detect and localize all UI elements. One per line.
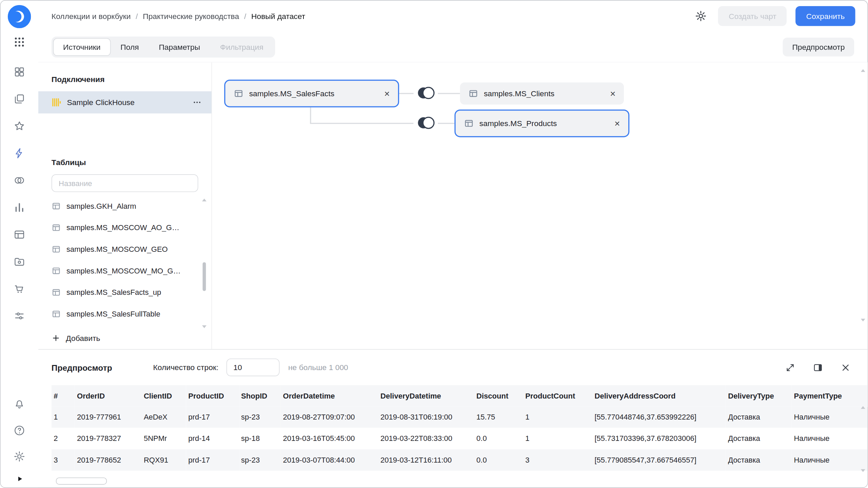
cell: 0.0 xyxy=(474,428,523,449)
scroll-up-icon[interactable] xyxy=(861,406,865,409)
bell-icon[interactable] xyxy=(13,399,25,411)
connection-item-clickhouse[interactable]: Sample ClickHouse xyxy=(38,91,212,113)
list-item-table[interactable]: samples.GKH_Alarm xyxy=(38,195,212,217)
connector-line xyxy=(399,93,415,94)
scroll-down-icon[interactable] xyxy=(861,319,865,321)
table-search-input[interactable] xyxy=(52,174,198,192)
cell: sp-18 xyxy=(239,428,281,449)
add-table-button[interactable]: Добавить xyxy=(52,333,100,342)
list-item-table[interactable]: samples.MS_SalesFacts_up xyxy=(38,282,212,303)
cart-icon[interactable] xyxy=(13,283,25,295)
lightning-icon[interactable] xyxy=(13,147,25,159)
horizontal-scrollbar-thumb[interactable] xyxy=(56,477,107,485)
tables-list-scrollbar[interactable] xyxy=(201,199,207,328)
breadcrumb: Коллекции и воркбуки / Практические руко… xyxy=(52,12,305,20)
save-button[interactable]: Сохранить xyxy=(796,6,855,26)
sliders-icon[interactable] xyxy=(13,310,25,322)
tab-fields[interactable]: Поля xyxy=(111,38,149,56)
table-grid-icon xyxy=(52,288,61,297)
star-icon[interactable] xyxy=(13,120,25,132)
breadcrumb-collections[interactable]: Коллекции и воркбуки xyxy=(52,12,131,20)
column-header: ProductID xyxy=(186,385,239,406)
table-grid-icon xyxy=(234,88,243,98)
cell: 2019-777961 xyxy=(75,406,142,428)
connector-line xyxy=(437,123,454,124)
preview-toggle-button[interactable]: Предпросмотр xyxy=(783,37,854,56)
table-node-products[interactable]: samples.MS_Products × xyxy=(454,109,629,137)
breadcrumb-current-dataset: Новый датасет xyxy=(251,12,305,20)
cell: 2019-03-22T08:33:00 xyxy=(378,428,474,449)
close-icon[interactable] xyxy=(838,360,853,375)
column-header: DeliveryType xyxy=(726,385,792,406)
app-window: Коллекции и воркбуки / Практические руко… xyxy=(0,0,868,488)
bar-chart-icon[interactable] xyxy=(13,201,25,214)
cell: 2019-08-27T09:07:00 xyxy=(281,406,378,428)
preview-scrollbar[interactable] xyxy=(861,406,865,472)
cell: 2019-03-07T08:44:00 xyxy=(281,449,378,471)
expand-icon[interactable] xyxy=(783,360,798,375)
close-icon[interactable]: × xyxy=(608,119,620,128)
table-icon[interactable] xyxy=(13,228,25,241)
play-icon[interactable] xyxy=(15,475,23,483)
close-icon[interactable]: × xyxy=(604,89,616,98)
cell: 2 xyxy=(52,428,75,449)
node-label: samples.MS_Products xyxy=(479,119,557,128)
preview-table: # OrderID ClientID ProductID ShopID Orde… xyxy=(52,385,868,471)
table-row: 22019-7783275NPMrprd-14sp-182019-03-16T0… xyxy=(52,428,868,449)
cell: 15.75 xyxy=(474,406,523,428)
breadcrumb-guides[interactable]: Практические руководства xyxy=(143,12,239,20)
row-count-hint: не больше 1 000 xyxy=(288,363,348,372)
table-node-clients[interactable]: samples.MS_Clients × xyxy=(460,82,624,104)
folder-icon[interactable] xyxy=(13,256,25,268)
node-label: samples.MS_Clients xyxy=(484,89,554,98)
list-item-table[interactable]: samples.MS_SalesFullTable xyxy=(38,303,212,325)
settings-gear-icon[interactable] xyxy=(693,8,709,24)
table-grid-icon xyxy=(52,245,61,254)
row-count-input[interactable] xyxy=(226,359,279,376)
table-search xyxy=(52,174,198,192)
join-type-icon[interactable] xyxy=(414,115,438,131)
top-bar: Коллекции и воркбуки / Практические руко… xyxy=(38,1,868,32)
tables-title: Таблицы xyxy=(52,158,198,166)
tiles-icon[interactable] xyxy=(13,66,25,78)
venn-icon[interactable] xyxy=(13,174,25,186)
close-icon[interactable]: × xyxy=(378,89,390,98)
help-icon[interactable] xyxy=(13,424,25,436)
table-grid-icon xyxy=(464,118,474,128)
cell: prd-17 xyxy=(186,449,239,471)
scroll-up-icon[interactable] xyxy=(861,69,865,72)
datalens-logo[interactable] xyxy=(8,5,31,28)
tab-filtering[interactable]: Фильтрация xyxy=(210,38,274,56)
dataset-toolbar: Источники Поля Параметры Фильтрация Пред… xyxy=(38,32,868,62)
create-chart-button[interactable]: Создать чарт xyxy=(718,6,787,26)
preview-title: Предпросмотр xyxy=(52,363,112,372)
tab-parameters[interactable]: Параметры xyxy=(149,38,210,56)
canvas-scrollbar[interactable] xyxy=(861,69,865,321)
scroll-up-icon[interactable] xyxy=(202,199,206,201)
cell: Доставка xyxy=(726,406,792,428)
gear-icon[interactable] xyxy=(13,450,25,463)
tables-list: samples.GKH_Alarm samples.MS_MOSCOW_AO_G… xyxy=(38,195,212,325)
table-row: 32019-778652RQX91prd-17sp-232019-03-07T0… xyxy=(52,449,868,471)
column-header: ProductCount xyxy=(523,385,592,406)
copy-icon[interactable] xyxy=(13,93,25,105)
list-item-table[interactable]: samples.MS_MOSCOW_MO_G… xyxy=(38,260,212,282)
table-grid-icon xyxy=(52,223,61,232)
scroll-down-icon[interactable] xyxy=(861,469,865,472)
clickhouse-icon xyxy=(52,97,61,107)
connector-line xyxy=(310,107,311,123)
cell: Доставка xyxy=(726,449,792,471)
apps-grid-icon[interactable] xyxy=(13,36,25,48)
list-item-table[interactable]: samples.MS_MOSCOW_GEO xyxy=(38,239,212,260)
side-panel-icon[interactable] xyxy=(810,360,825,375)
scrollbar-thumb[interactable] xyxy=(203,262,206,291)
tab-sources[interactable]: Источники xyxy=(53,38,111,56)
scaled-viewport: Коллекции и воркбуки / Практические руко… xyxy=(0,0,868,488)
ellipsis-menu-icon[interactable] xyxy=(191,96,204,109)
cell: RQX91 xyxy=(141,449,186,471)
table-grid-icon xyxy=(468,88,478,98)
scroll-down-icon[interactable] xyxy=(202,325,206,328)
list-item-table[interactable]: samples.MS_MOSCOW_AO_G… xyxy=(38,217,212,239)
join-type-icon[interactable] xyxy=(414,85,438,101)
table-node-salesfacts[interactable]: samples.MS_SalesFacts × xyxy=(224,80,399,107)
